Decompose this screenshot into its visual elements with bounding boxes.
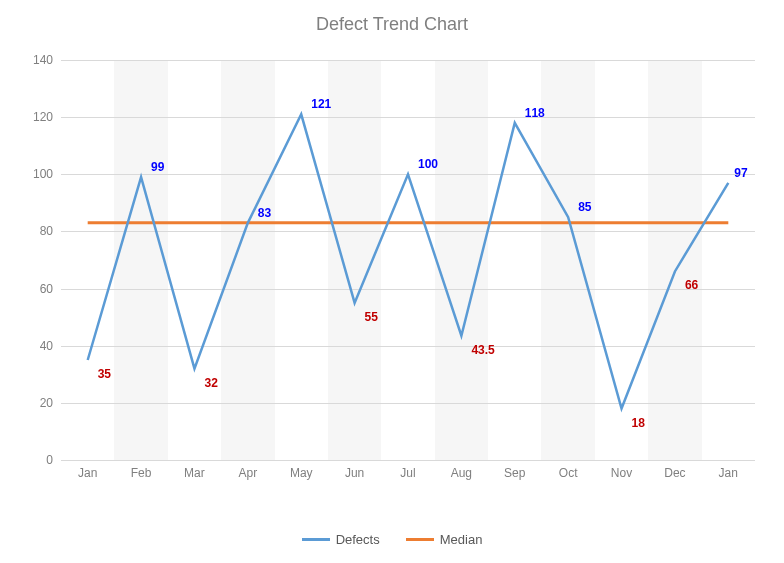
legend-label-defects: Defects (336, 532, 380, 547)
y-tick-label: 80 (40, 224, 61, 238)
legend: Defects Median (0, 532, 784, 547)
series-defects-line (88, 114, 729, 408)
x-tick-label: Jul (400, 460, 415, 480)
y-tick-label: 120 (33, 110, 61, 124)
legend-item-defects: Defects (302, 532, 380, 547)
x-tick-label: Mar (184, 460, 205, 480)
legend-label-median: Median (440, 532, 483, 547)
y-tick-label: 0 (46, 453, 61, 467)
x-tick-label: Oct (559, 460, 578, 480)
defect-trend-chart: Defect Trend Chart 020406080100120140Jan… (0, 0, 784, 563)
data-label: 32 (204, 376, 217, 390)
data-label: 35 (98, 367, 111, 381)
x-tick-label: Sep (504, 460, 525, 480)
legend-item-median: Median (406, 532, 483, 547)
x-tick-label: May (290, 460, 313, 480)
data-label: 55 (365, 310, 378, 324)
x-tick-label: Nov (611, 460, 632, 480)
data-label: 99 (151, 160, 164, 174)
chart-title: Defect Trend Chart (0, 14, 784, 35)
x-tick-label: Apr (239, 460, 258, 480)
y-tick-label: 20 (40, 396, 61, 410)
data-label: 66 (685, 278, 698, 292)
x-tick-label: Aug (451, 460, 472, 480)
legend-swatch-median (406, 538, 434, 541)
x-tick-label: Jan (78, 460, 97, 480)
y-tick-label: 60 (40, 282, 61, 296)
plot-area: 020406080100120140JanFebMarAprMayJunJulA… (61, 60, 755, 460)
x-tick-label: Dec (664, 460, 685, 480)
data-label: 97 (734, 166, 747, 180)
legend-swatch-defects (302, 538, 330, 541)
x-tick-label: Feb (131, 460, 152, 480)
y-tick-label: 40 (40, 339, 61, 353)
y-tick-label: 140 (33, 53, 61, 67)
data-label: 118 (525, 106, 545, 120)
data-label: 85 (578, 200, 591, 214)
data-label: 18 (632, 416, 645, 430)
x-tick-label: Jan (719, 460, 738, 480)
data-label: 43.5 (471, 343, 494, 357)
data-label: 83 (258, 206, 271, 220)
x-tick-label: Jun (345, 460, 364, 480)
y-tick-label: 100 (33, 167, 61, 181)
data-label: 100 (418, 157, 438, 171)
chart-lines (61, 60, 755, 460)
data-label: 121 (311, 97, 331, 111)
